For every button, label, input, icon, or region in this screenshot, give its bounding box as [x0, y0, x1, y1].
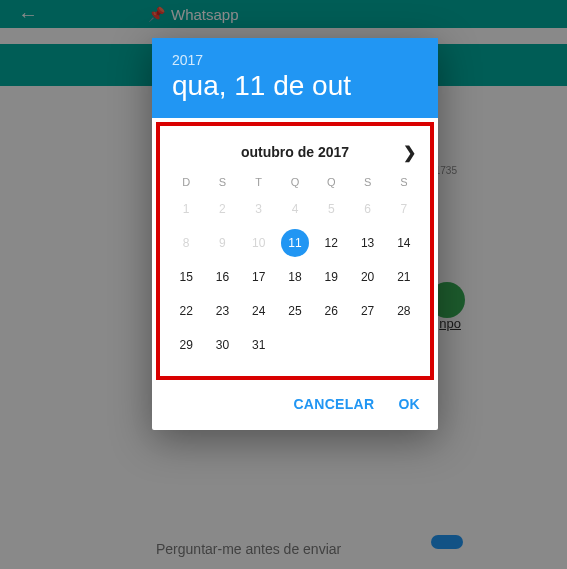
- day-cell[interactable]: 19: [313, 262, 349, 292]
- day-cell: 4: [277, 194, 313, 224]
- calendar-row: 293031: [168, 330, 422, 360]
- day-number: 2: [219, 202, 226, 216]
- day-cell: 5: [313, 194, 349, 224]
- calendar-body: 1234567891011121314151617181920212223242…: [168, 194, 422, 360]
- day-number: 24: [252, 304, 265, 318]
- day-cell[interactable]: 17: [241, 262, 277, 292]
- day-cell: 3: [241, 194, 277, 224]
- day-cell[interactable]: 23: [204, 296, 240, 326]
- day-number: 26: [325, 304, 338, 318]
- dow-cell: Q: [277, 176, 313, 188]
- day-cell[interactable]: 27: [349, 296, 385, 326]
- dow-cell: S: [204, 176, 240, 188]
- day-number: 30: [216, 338, 229, 352]
- day-number: 27: [361, 304, 374, 318]
- day-cell: 10: [241, 228, 277, 258]
- day-number: 4: [292, 202, 299, 216]
- day-number: 28: [397, 304, 410, 318]
- day-cell: 7: [386, 194, 422, 224]
- day-number: 12: [325, 236, 338, 250]
- day-number: 10: [252, 236, 265, 250]
- day-number: 5: [328, 202, 335, 216]
- day-cell[interactable]: 29: [168, 330, 204, 360]
- chevron-right-icon: ❯: [403, 144, 416, 161]
- day-number: 19: [325, 270, 338, 284]
- day-number: 9: [219, 236, 226, 250]
- day-number: 3: [255, 202, 262, 216]
- day-cell: [386, 330, 422, 360]
- dow-cell: S: [349, 176, 385, 188]
- calendar-row: 891011121314: [168, 228, 422, 258]
- day-cell[interactable]: 13: [349, 228, 385, 258]
- day-number: 31: [252, 338, 265, 352]
- day-cell[interactable]: 28: [386, 296, 422, 326]
- selected-year[interactable]: 2017: [172, 52, 418, 68]
- day-number: 8: [183, 236, 190, 250]
- dow-cell: T: [241, 176, 277, 188]
- day-cell: 9: [204, 228, 240, 258]
- day-cell: [313, 330, 349, 360]
- day-cell: 2: [204, 194, 240, 224]
- day-cell[interactable]: 24: [241, 296, 277, 326]
- date-picker-dialog: 2017 qua, 11 de out outubro de 2017 ❯ DS…: [152, 38, 438, 430]
- day-number: 17: [252, 270, 265, 284]
- day-number: 29: [179, 338, 192, 352]
- calendar-month-row: outubro de 2017 ❯: [168, 134, 422, 170]
- dow-cell: Q: [313, 176, 349, 188]
- calendar-dow-header: DSTQQSS: [168, 176, 422, 188]
- day-cell: 8: [168, 228, 204, 258]
- day-number: 13: [361, 236, 374, 250]
- day-cell[interactable]: 30: [204, 330, 240, 360]
- day-cell[interactable]: 15: [168, 262, 204, 292]
- dialog-actions: CANCELAR OK: [152, 380, 438, 430]
- day-cell: [349, 330, 385, 360]
- day-number: 20: [361, 270, 374, 284]
- day-cell[interactable]: 25: [277, 296, 313, 326]
- day-cell[interactable]: 18: [277, 262, 313, 292]
- day-number: 14: [397, 236, 410, 250]
- day-cell[interactable]: 16: [204, 262, 240, 292]
- day-number: 11: [288, 236, 301, 250]
- day-number: 21: [397, 270, 410, 284]
- dow-cell: D: [168, 176, 204, 188]
- day-cell-selected[interactable]: 11: [277, 228, 313, 258]
- next-month-button[interactable]: ❯: [403, 143, 416, 162]
- calendar-month-label: outubro de 2017: [241, 144, 349, 160]
- day-number: 1: [183, 202, 190, 216]
- day-number: 7: [401, 202, 408, 216]
- calendar-row: 1234567: [168, 194, 422, 224]
- day-number: 16: [216, 270, 229, 284]
- dialog-header: 2017 qua, 11 de out: [152, 38, 438, 118]
- day-number: 15: [179, 270, 192, 284]
- calendar-row: 22232425262728: [168, 296, 422, 326]
- selected-date-label[interactable]: qua, 11 de out: [172, 70, 418, 102]
- day-cell[interactable]: 22: [168, 296, 204, 326]
- cancel-button[interactable]: CANCELAR: [293, 396, 374, 412]
- day-cell[interactable]: 31: [241, 330, 277, 360]
- day-number: 25: [288, 304, 301, 318]
- day-number: 18: [288, 270, 301, 284]
- day-cell[interactable]: 20: [349, 262, 385, 292]
- ok-button[interactable]: OK: [398, 396, 420, 412]
- dow-cell: S: [386, 176, 422, 188]
- day-cell[interactable]: 26: [313, 296, 349, 326]
- day-cell: 6: [349, 194, 385, 224]
- day-number: 6: [364, 202, 371, 216]
- day-cell[interactable]: 14: [386, 228, 422, 258]
- day-cell: [277, 330, 313, 360]
- day-cell: 1: [168, 194, 204, 224]
- day-cell[interactable]: 21: [386, 262, 422, 292]
- calendar-highlight: outubro de 2017 ❯ DSTQQSS 12345678910111…: [156, 122, 434, 380]
- calendar-row: 15161718192021: [168, 262, 422, 292]
- day-number: 22: [179, 304, 192, 318]
- day-number: 23: [216, 304, 229, 318]
- day-cell[interactable]: 12: [313, 228, 349, 258]
